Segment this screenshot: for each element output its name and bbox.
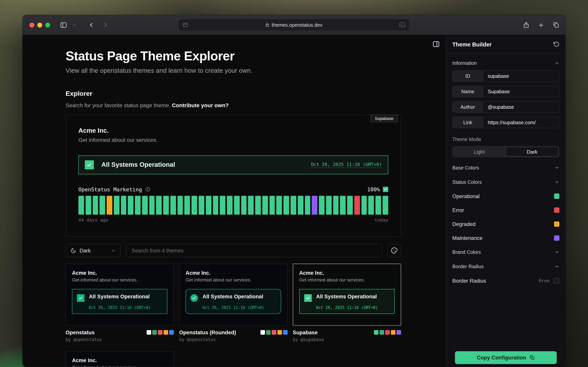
section-border-radius[interactable]: Border Radius	[452, 259, 559, 274]
info-field-value[interactable]: supabase	[483, 71, 559, 82]
explorer-description-text: Search for your favorite status page the…	[65, 102, 170, 108]
status-color-swatch[interactable]	[554, 235, 559, 241]
theme-swatch	[164, 330, 168, 334]
tracker-bar	[85, 196, 91, 215]
mini-company-subtitle: Get informed about our services.	[299, 277, 395, 283]
theme-swatch	[391, 330, 395, 334]
status-color-label: Degraded	[452, 221, 475, 227]
tracker-bar	[128, 196, 134, 215]
forward-icon[interactable]	[102, 21, 109, 28]
explorer-description: Search for your favorite status page the…	[65, 102, 401, 108]
theme-name[interactable]: Supabase	[293, 329, 318, 335]
border-radius-input[interactable]	[553, 277, 559, 284]
status-color-label: Operational	[452, 193, 480, 199]
theme-author: by @openstatus	[179, 337, 287, 342]
theme-card-supabase[interactable]: Acme Inc. Get informed about our service…	[293, 264, 401, 325]
traffic-lights	[29, 22, 50, 27]
tracker-bar	[93, 196, 98, 215]
tracker-bar	[206, 196, 211, 215]
theme-swatch	[152, 330, 157, 334]
theme-swatch	[396, 330, 401, 334]
info-field-label: Link	[453, 117, 483, 128]
status-color-swatch[interactable]	[554, 221, 559, 226]
tracker-bar	[121, 196, 126, 215]
svg-text:A: A	[401, 23, 403, 26]
theme-color-swatches	[260, 330, 287, 334]
theme-swatch	[283, 330, 287, 334]
status-color-row: Operational	[452, 189, 559, 203]
url-bar[interactable]: themes.openstatus.dev Ax	[179, 19, 409, 30]
back-icon[interactable]	[88, 21, 95, 28]
mini-company-subtitle: Get informed about our services.	[185, 277, 281, 283]
theme-swatch	[277, 330, 282, 334]
section-base-colors[interactable]: Base Colors	[452, 160, 559, 175]
status-color-swatch[interactable]	[554, 207, 559, 213]
lock-icon	[265, 23, 269, 27]
contribute-link[interactable]: Contribute your own?	[172, 102, 229, 108]
section-status-colors[interactable]: Status Colors	[452, 175, 559, 189]
status-banner-timestamp[interactable]: Oct 26, 2025 11:16 (GMT+0)	[311, 162, 382, 168]
tracker-bar	[305, 196, 310, 215]
copy-configuration-button[interactable]: Copy Configuration	[455, 351, 557, 364]
minimize-window-button[interactable]	[37, 22, 42, 27]
theme-search-input[interactable]	[126, 244, 382, 257]
theme-card-openstatus[interactable]: Acme Inc. Get informed about our service…	[65, 264, 174, 325]
share-icon[interactable]	[523, 21, 530, 28]
preview-company-subtitle: Get informed about our services.	[79, 137, 388, 143]
tracker-bar	[283, 196, 289, 215]
tracker-bar	[227, 196, 233, 215]
section-brand-colors[interactable]: Brand Colors	[452, 245, 559, 259]
info-field-value[interactable]: @supabase	[483, 101, 559, 113]
new-tab-icon[interactable]	[538, 22, 544, 28]
browser-titlebar: themes.openstatus.dev Ax	[23, 15, 565, 35]
theme-mode-dark[interactable]: Dark	[506, 147, 559, 157]
theme-card-openstatus-rounded[interactable]: Acme Inc. Get informed about our service…	[179, 264, 287, 325]
uptime-tracker	[79, 196, 388, 215]
tracker-bar	[185, 196, 190, 215]
tracker-bar	[361, 196, 367, 215]
theme-name[interactable]: Openstatus	[65, 329, 95, 335]
status-color-swatch[interactable]	[554, 193, 559, 199]
tracker-bar	[234, 196, 240, 215]
zoom-window-button[interactable]	[45, 22, 50, 27]
tracker-range-start: 44 days ago	[79, 217, 108, 223]
page-menu-icon[interactable]	[183, 22, 188, 28]
panel-toggle-icon[interactable]	[432, 41, 440, 48]
theme-meta-openstatus: Openstatus by @openstatus	[65, 329, 174, 342]
close-window-button[interactable]	[29, 22, 34, 27]
desktop: themes.openstatus.dev Ax	[0, 0, 588, 367]
mini-status-timestamp: Oct 26, 2025 11:16 (GMT+0)	[190, 305, 276, 310]
theme-mode-light[interactable]: Light	[453, 147, 506, 157]
theme-builder-panel: Theme Builder Information	[446, 35, 565, 367]
theme-card-partial[interactable]: Acme Inc. Get informed about our service…	[65, 351, 174, 367]
mini-status-label: All Systems Operational	[316, 293, 377, 300]
info-icon[interactable]	[145, 187, 150, 192]
palette-button[interactable]	[387, 244, 401, 257]
moon-icon	[71, 248, 76, 253]
tracker-bar	[376, 196, 381, 215]
chevron-up-icon	[554, 60, 559, 65]
monitor-row: OpenStatus Marketing 100%	[79, 186, 388, 192]
info-field-value[interactable]: https://supabase.com/	[483, 117, 559, 128]
tracker-bar	[290, 196, 296, 215]
theme-color-swatches	[147, 330, 174, 334]
theme-mode-dropdown[interactable]: Dark	[65, 244, 121, 257]
chevron-down-icon	[111, 248, 116, 253]
theme-name[interactable]: Openstatus (Rounded)	[179, 329, 236, 335]
chevron-down-icon[interactable]	[72, 23, 76, 27]
tracker-bar	[269, 196, 275, 215]
tracker-bar	[199, 196, 204, 215]
info-field-label: ID	[453, 71, 483, 82]
info-field-value[interactable]: Supabase	[483, 86, 559, 97]
section-information[interactable]: Information	[452, 56, 559, 70]
tracker-bar	[354, 196, 360, 215]
chevron-up-icon	[554, 264, 559, 269]
tracker-bar	[114, 196, 120, 215]
translate-icon[interactable]: Ax	[399, 22, 405, 28]
status-color-row: Error	[452, 203, 559, 217]
mini-company-name: Acme Inc.	[72, 357, 167, 363]
check-icon	[85, 160, 94, 169]
tab-overview-icon[interactable]	[553, 21, 559, 28]
sidebar-toggle-icon[interactable]	[60, 21, 67, 28]
reset-icon[interactable]	[553, 41, 559, 47]
